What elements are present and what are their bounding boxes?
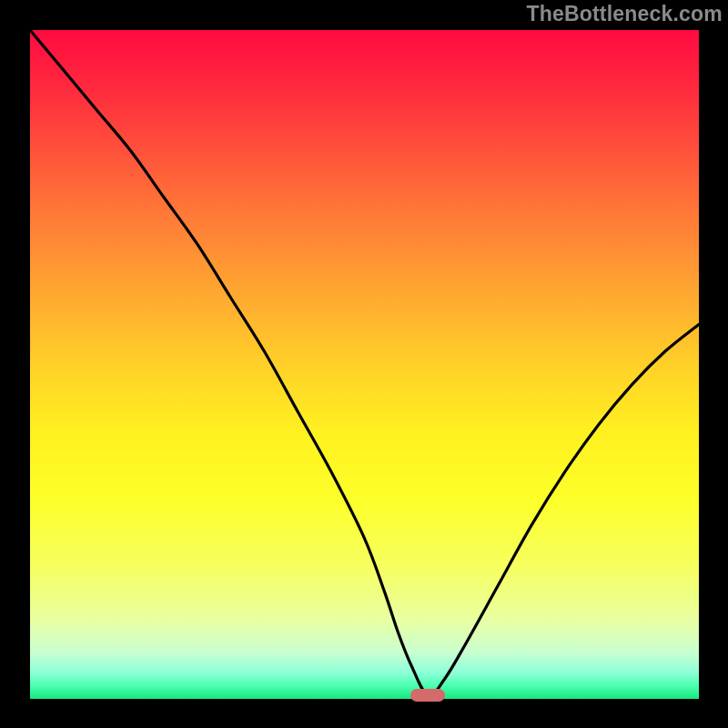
optimal-point-marker (410, 689, 445, 702)
plot-area (30, 30, 699, 699)
chart-frame: TheBottleneck.com (0, 0, 728, 728)
bottleneck-curve (30, 30, 699, 696)
curve-layer (30, 30, 699, 699)
watermark-text: TheBottleneck.com (526, 2, 723, 26)
